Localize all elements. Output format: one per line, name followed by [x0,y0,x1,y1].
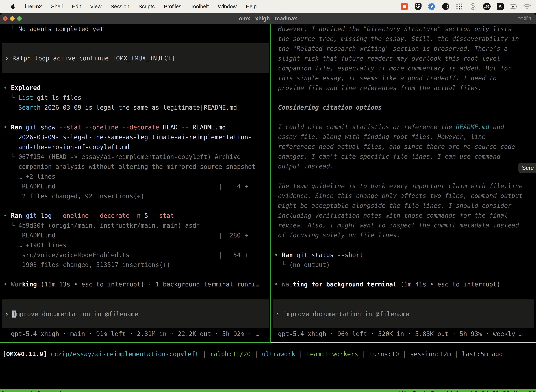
menubar-menus: iTerm2 Shell Edit View Session Scripts P… [0,3,257,10]
squiggle-icon[interactable] [469,3,477,10]
terminal-line: › Improve documentation in @filename [276,309,532,319]
terminal-text-segment: … +2 lines [4,173,55,180]
pie-chart-icon[interactable] [442,3,450,10]
battery-icon[interactable] [510,3,517,10]
terminal-text-segment: Improve documentation in @filename [283,311,409,317]
terminal-line: 1903 files changed, 513517 insertions(+) [4,260,270,270]
terminal-line: 2026-03-09-is-legal-the-same-as-legitima… [4,132,270,142]
terminal-text-segment: | 54 + [218,252,248,258]
terminal-line: └ 067f154 (HEAD -> essay/ai-reimplementa… [4,152,270,162]
terminal-text-segment: I could cite commit statistics or refere… [274,123,456,131]
menu-toolbelt[interactable]: Toolbelt [191,4,209,9]
macos-menubar: iTerm2 Shell Edit View Session Scripts P… [0,0,536,13]
wifi-icon[interactable] [523,3,531,10]
terminal-text-segment: | [399,350,410,358]
terminal-text-segment: changes, I can't cite specific file line… [274,153,500,160]
terminal-text-segment: README.md [189,124,226,131]
terminal-text-segment: git [26,212,37,219]
terminal-text-segment [22,124,26,131]
inactive-pane-border [271,342,536,343]
terminal-text-segment: Ran [11,124,22,131]
terminal-text-segment: [OMX#0.11.9] [2,350,51,358]
terminal-text-segment: Considering citation options [274,104,382,111]
terminal-line: README.md| 4 + [4,182,270,191]
terminal-text-segment: (1m 41s • esc to interrupt) [397,281,500,288]
terminal-text-segment: --stat [152,212,174,219]
prompt-input-right[interactable]: › Improve documentation in @filename [273,299,534,328]
terminal-text-segment: king [22,281,37,288]
screen-share-overlay-chip[interactable]: Scre [518,163,536,173]
window-titlebar[interactable]: omx --xhigh --madmax ⌥⌘1 [0,13,536,24]
terminal-line: The team guideline is to back every impo… [274,181,536,191]
tmux-session-label[interactable]: [omx-cczip0:bash* [1,389,62,392]
menu-view[interactable]: View [90,4,101,9]
chat-app-icon[interactable] [401,3,408,10]
terminal-text-segment: (no output) [289,261,330,268]
terminal-line: └ List git ls-files [4,93,270,103]
terminal-text-segment: 067f154 (HEAD -> essay/ai-reimplementati… [18,153,241,160]
terminal-text-segment: including verification notes with those … [274,212,508,219]
blue-badge-icon[interactable] [428,3,436,10]
terminal-text-segment: --stat --oneline --decorate [59,124,159,131]
terminal-text-segment: • [4,84,11,91]
terminal-line: changes, I can't cite specific file line… [274,152,536,161]
menu-shell[interactable]: Shell [51,4,63,9]
terminal-text-segment: show [37,124,59,131]
pane-divider[interactable] [270,24,271,343]
terminal-text-segment: this single essay, it seems like a good … [274,75,497,82]
terminal-text-segment: essay file, along with finding root file… [274,133,486,140]
terminal-text-segment: review. Also, I might want to inspect th… [274,222,519,229]
keyboard-layout-icon[interactable]: A [497,3,504,10]
terminal-line: • Working (11m 13s • esc to interrupt) ·… [4,280,270,289]
terminal-line: references need actual files, and since … [274,142,536,152]
counter-badge-icon[interactable]: ..61 [483,3,491,10]
terminal-line: › Improve documentation in @filename [5,309,267,319]
terminal-text-segment: team:1 workers [306,350,358,358]
terminal-text-segment: Ran [282,252,293,258]
screen: iTerm2 Shell Edit View Session Scripts P… [0,0,536,392]
terminal-text-segment: last:5m ago [462,350,503,358]
terminal-text-segment: └ [4,153,18,160]
terminal-text-segment: git [297,252,308,258]
menu-window[interactable]: Window [218,4,237,9]
terminal-text-segment: | [358,350,369,358]
terminal-text-segment: › [276,311,283,317]
terminal-line: … +2 lines [4,172,270,182]
terminal-text-segment: mprove documentation in @filename [16,311,138,317]
apple-menu-icon[interactable] [10,3,16,10]
tmux-status-bar: [omx-cczip0:bash* "MacBook-Pro-44.local"… [0,389,536,392]
terminal-line: src/voice/voiceModeEnabled.ts| 54 + [4,250,270,260]
menu-edit[interactable]: Edit [72,4,81,9]
menu-iterm2[interactable]: iTerm2 [25,4,42,9]
terminal-text-segment: ralph:11/20 [210,350,251,358]
terminal-text-segment: turns:10 [369,350,399,358]
dots-grid-icon[interactable] [455,3,463,10]
terminal-text-segment: README.md [4,230,218,240]
terminal-text-segment: and [489,123,504,131]
terminal-line: • Waiting for background terminal (1m 41… [274,280,536,289]
terminal-line: I could cite commit statistics or refere… [274,122,536,132]
menu-session[interactable]: Session [111,4,129,9]
terminal-line: Considering citation options [274,103,536,112]
menu-profiles[interactable]: Profiles [164,4,181,9]
terminal-line: review. Also, I might want to inspect th… [274,220,536,230]
terminal-text-segment: Search [18,104,40,111]
terminal-text-segment [293,252,297,258]
omx-status-line: [OMX#0.11.9] cczip/essay/ai-reimplementa… [2,349,536,359]
terminal-line: this single essay, it seems like a good … [274,73,536,83]
terminal-text-segment: Wai [282,281,293,288]
terminal-text-segment: | [295,350,306,358]
terminal-line: … +1901 lines [4,240,270,250]
keypad-shield-icon[interactable] [414,3,422,10]
terminal-line: • Ran git status --short [274,250,536,260]
terminal-text-segment: › [5,311,12,317]
iterm2-window: omx --xhigh --madmax ⌥⌘1 └ No agents com… [0,13,536,392]
terminal-line: including verification notes with those … [274,210,536,220]
terminal-text-segment: cczip/essay/ai-reimplementation-copyleft [51,350,199,358]
terminal-text-segment: companion analysis without altering the … [4,163,255,170]
menu-scripts[interactable]: Scripts [139,4,155,9]
terminal-text-segment: references need actual files, and since … [274,143,515,150]
terminal-text-segment: However, I noticed the "Directory Struct… [274,25,512,33]
prompt-input-left[interactable]: › Improve documentation in @filename [2,299,269,328]
menu-help[interactable]: Help [246,4,257,9]
